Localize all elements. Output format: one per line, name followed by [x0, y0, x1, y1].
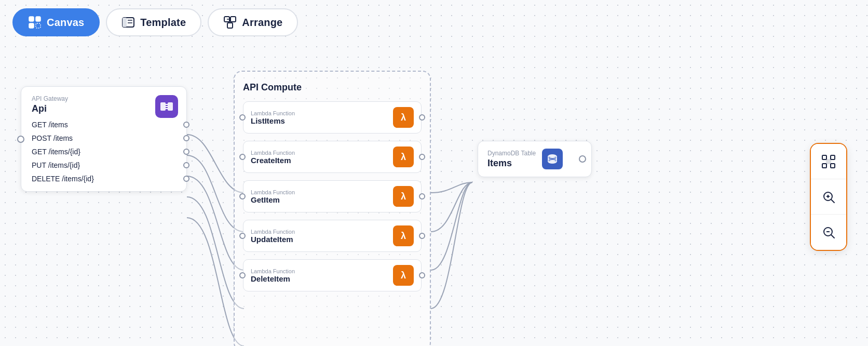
toolbar: Canvas Template	[0, 0, 868, 45]
lambda-deleteItem[interactable]: Lambda Function DeleteItem λ	[243, 259, 422, 291]
route-item-1: POST /items	[32, 134, 176, 142]
route-item-2: GET /items/{id}	[32, 148, 176, 156]
svg-rect-22	[831, 155, 835, 159]
gateway-title: Api	[32, 103, 176, 114]
route-1-connector	[183, 135, 189, 141]
gateway-left-connector	[17, 136, 24, 143]
tab-arrange-label: Arrange	[242, 17, 282, 29]
svg-rect-24	[831, 164, 835, 168]
compute-group: API Compute Lambda Function ListItems λ …	[234, 71, 431, 346]
route-item-4: DELETE /items/{id}	[32, 175, 176, 183]
lambda-listItems-icon: λ	[393, 107, 414, 128]
gateway-type-label: API Gateway	[32, 95, 176, 102]
node-api-gateway[interactable]: API Gateway Api GET /items POST /items	[21, 86, 187, 192]
dynamo-title: Items	[487, 158, 536, 169]
lambda-listItems-right	[419, 114, 425, 121]
svg-rect-5	[123, 18, 127, 27]
dynamo-icon-badge	[542, 149, 563, 169]
lambda-getItem[interactable]: Lambda Function GetItem λ	[243, 180, 422, 212]
tab-arrange[interactable]: Arrange	[208, 8, 298, 36]
main-container: Canvas Template	[0, 0, 868, 346]
tab-template-label: Template	[140, 17, 186, 29]
lambda-createItem-info: Lambda Function CreateItem	[251, 150, 295, 165]
template-icon	[121, 16, 135, 29]
svg-rect-23	[822, 164, 826, 168]
fit-screen-button[interactable]	[811, 144, 846, 179]
lambda-deleteItem-info: Lambda Function DeleteItem	[251, 268, 295, 283]
svg-rect-3	[36, 23, 40, 28]
lambda-updateItem-icon: λ	[393, 225, 414, 246]
lambda-updateItem-info: Lambda Function UpdateItem	[251, 229, 295, 244]
svg-line-32	[831, 235, 834, 238]
zoom-controls	[810, 143, 847, 251]
lambda-getItem-right	[419, 193, 425, 199]
lambda-listItems-info: Lambda Function ListItems	[251, 110, 295, 125]
tab-template[interactable]: Template	[106, 8, 201, 36]
route-2-connector	[183, 149, 189, 155]
svg-rect-14	[168, 102, 173, 111]
node-dynamo[interactable]: DynamoDB Table Items	[478, 141, 592, 177]
svg-rect-10	[227, 23, 233, 28]
lambda-listItems[interactable]: Lambda Function ListItems λ	[243, 101, 422, 134]
lambda-updateItem[interactable]: Lambda Function UpdateItem λ	[243, 220, 422, 252]
gateway-icon-badge	[155, 95, 178, 118]
svg-rect-1	[36, 17, 40, 21]
lambda-deleteItem-icon: λ	[393, 265, 414, 286]
svg-rect-13	[160, 102, 166, 111]
lambda-createItem-left	[239, 154, 246, 160]
lambda-createItem[interactable]: Lambda Function CreateItem λ	[243, 141, 422, 173]
zoom-out-button[interactable]	[811, 215, 846, 250]
route-item-3: PUT /items/{id}	[32, 161, 176, 169]
tab-canvas-label: Canvas	[47, 17, 84, 29]
dynamo-right-connector	[579, 155, 586, 163]
lambda-deleteItem-left	[239, 272, 246, 278]
lambda-createItem-icon: λ	[393, 147, 414, 167]
lambda-getItem-icon: λ	[393, 186, 414, 207]
tab-canvas[interactable]: Canvas	[12, 8, 100, 36]
canvas-area: API Gateway Api GET /items POST /items	[0, 45, 868, 346]
svg-rect-2	[29, 23, 34, 28]
route-3-connector	[183, 162, 189, 168]
lambda-createItem-right	[419, 154, 425, 160]
svg-line-29	[831, 199, 834, 203]
lambda-deleteItem-right	[419, 272, 425, 278]
svg-rect-9	[230, 17, 236, 22]
svg-point-17	[548, 161, 557, 164]
route-0-connector	[183, 122, 189, 128]
svg-rect-25	[826, 159, 831, 164]
route-4-connector	[183, 176, 189, 182]
lambda-getItem-info: Lambda Function GetItem	[251, 189, 295, 204]
lambda-updateItem-right	[419, 233, 425, 239]
svg-rect-0	[29, 17, 34, 21]
svg-rect-21	[822, 155, 826, 159]
canvas-icon	[28, 16, 42, 29]
route-list: GET /items POST /items GET /items/{id} P…	[32, 121, 176, 183]
arrange-icon	[223, 16, 237, 29]
route-item-0: GET /items	[32, 121, 176, 129]
zoom-in-button[interactable]	[811, 179, 846, 215]
lambda-getItem-left	[239, 193, 246, 199]
compute-group-title: API Compute	[243, 82, 422, 93]
lambda-updateItem-left	[239, 233, 246, 239]
lambda-listItems-left	[239, 114, 246, 121]
dynamo-type-label: DynamoDB Table	[487, 150, 536, 157]
